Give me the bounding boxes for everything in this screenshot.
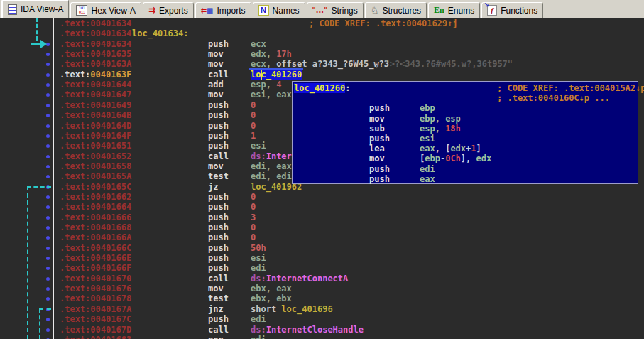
asm-row[interactable]: .text:00401676movebx, eax bbox=[0, 284, 644, 294]
operands: ebx, ebx bbox=[251, 294, 292, 303]
functions-icon: f↘ bbox=[487, 5, 497, 16]
address: .text:00401668 bbox=[60, 222, 131, 232]
mnemonic: mov bbox=[208, 90, 224, 99]
popup-operands: esp, 18h bbox=[420, 124, 461, 134]
address: .text:0040167A bbox=[60, 304, 131, 314]
mnemonic: mov bbox=[208, 284, 224, 294]
mnemonic: call bbox=[208, 325, 229, 335]
popup-mnemonic: push bbox=[369, 174, 390, 184]
asm-row[interactable]: .text:0040166Apush0 bbox=[0, 232, 644, 243]
asm-row[interactable]: .text:0040167Dcallds:InternetCloseHandle bbox=[0, 325, 644, 335]
tab-enums[interactable]: EnEnums bbox=[428, 2, 480, 18]
address: .text:00401676 bbox=[60, 284, 131, 294]
asm-row[interactable]: .text:00401670callds:InternetConnectA bbox=[0, 274, 644, 284]
address: .text:0040164D bbox=[60, 121, 131, 131]
popup-asm-row: loc_401260:; CODE XREF: .text:004015A2↓p bbox=[293, 83, 636, 94]
address: .text:0040166C bbox=[60, 243, 131, 253]
operands: ecx bbox=[251, 39, 266, 49]
operands: ecx, offset a?343_?6W45_w?3 bbox=[251, 59, 389, 69]
address: .text:0040165A bbox=[60, 171, 131, 181]
tab-label: Strings bbox=[331, 6, 357, 16]
asm-row[interactable]: .text:0040163Fcallloc_401260 bbox=[0, 70, 644, 80]
asm-row[interactable]: .text:0040166Fpushedi bbox=[0, 263, 644, 274]
popup-operands: esi bbox=[420, 134, 435, 144]
tab-exports[interactable]: ⇉Exports bbox=[143, 2, 194, 18]
address: .text:00401649 bbox=[60, 100, 131, 110]
tab-label: Enums bbox=[448, 6, 474, 16]
asm-row[interactable]: .text:00401634; CODE XREF: .text:0040162… bbox=[0, 18, 644, 29]
operands: edi bbox=[251, 314, 266, 324]
address: .text:0040163A bbox=[60, 59, 131, 69]
address: .text:00401644 bbox=[60, 80, 131, 90]
popup-mnemonic: mov bbox=[369, 114, 385, 124]
asm-row[interactable]: .text:00401634pushecx bbox=[0, 39, 644, 50]
asm-row[interactable]: .text:0040167Cpushedi bbox=[0, 314, 644, 325]
mnemonic: pop bbox=[208, 335, 224, 339]
hex-view-icon: 101011 bbox=[76, 5, 87, 16]
address: .text:00401652 bbox=[60, 151, 131, 161]
popup-operands: edi bbox=[420, 164, 435, 174]
operands: short loc_401696 bbox=[251, 304, 333, 314]
mnemonic: test bbox=[208, 171, 229, 181]
popup-mnemonic: push bbox=[369, 103, 390, 113]
operands: 0 bbox=[251, 232, 256, 242]
address: .text:00401635 bbox=[60, 49, 131, 59]
mnemonic: test bbox=[208, 294, 229, 303]
mnemonic: push bbox=[208, 131, 229, 141]
comment: ; CODE XREF: .text:00401629↑j bbox=[309, 18, 458, 28]
label: loc_401634: bbox=[132, 28, 188, 38]
mnemonic: push bbox=[208, 110, 229, 120]
asm-row[interactable]: .text:0040166Cpush50h bbox=[0, 243, 644, 254]
asm-row[interactable]: .text:0040166Epushesi bbox=[0, 253, 644, 264]
tab-ida-view-a[interactable]: IDA View-A bbox=[1, 0, 69, 18]
address: .text:00401634 bbox=[60, 28, 131, 38]
mnemonic: push bbox=[208, 202, 229, 212]
mnemonic: push bbox=[208, 232, 229, 242]
strings-icon: "..." bbox=[312, 6, 328, 15]
operands: edi bbox=[251, 335, 266, 339]
tab-structures[interactable]: ♘Structures bbox=[365, 2, 427, 18]
address: .text:0040164F bbox=[60, 131, 131, 141]
address: .text:0040166E bbox=[60, 253, 131, 263]
popup-comment: ; CODE XREF: .text:004015A2↓p bbox=[497, 83, 644, 93]
asm-row[interactable]: .text:00401662push0 bbox=[0, 192, 644, 203]
operands: 0 bbox=[251, 202, 256, 212]
asm-row[interactable]: .text:00401668push0 bbox=[0, 222, 644, 233]
asm-row[interactable]: .text:00401664push0 bbox=[0, 202, 644, 212]
operands: edx, 17h bbox=[251, 49, 292, 59]
popup-label: loc_401260: bbox=[294, 83, 350, 93]
address: .text:00401647 bbox=[60, 90, 131, 99]
popup-mnemonic: sub bbox=[369, 124, 385, 134]
popup-operands: eax, [edx+1] bbox=[420, 144, 481, 154]
mnemonic: jnz bbox=[208, 304, 224, 314]
asm-row[interactable]: .text:00401666push3 bbox=[0, 212, 644, 223]
asm-row[interactable]: .text:00401683popedi bbox=[0, 335, 644, 339]
asm-row[interactable]: .text:00401635movedx, 17h bbox=[0, 49, 644, 60]
address: .text:0040165C bbox=[60, 182, 131, 192]
ida-view-icon bbox=[8, 4, 17, 15]
operands: esi, eax bbox=[251, 90, 292, 99]
tab-strings[interactable]: "..."Strings bbox=[307, 2, 364, 18]
mnemonic: push bbox=[208, 192, 229, 202]
tab-label: Structures bbox=[382, 6, 421, 16]
tab-hex-view-a[interactable]: 101011Hex View-A bbox=[70, 2, 141, 18]
mnemonic: push bbox=[208, 100, 229, 110]
asm-row[interactable]: .text:0040163Amovecx, offset a?343_?6W45… bbox=[0, 59, 644, 70]
tab-names[interactable]: NNames bbox=[253, 2, 305, 18]
tab-label: Hex View-A bbox=[91, 6, 135, 16]
address: .text:0040163F bbox=[60, 70, 131, 80]
asm-row[interactable]: .text:00401678testebx, ebx bbox=[0, 294, 644, 304]
asm-row[interactable]: .text:0040167Ajnzshort loc_401696 bbox=[0, 304, 644, 315]
asm-row[interactable]: .text:00401634loc_401634: bbox=[0, 28, 644, 39]
mnemonic: push bbox=[208, 121, 229, 131]
address: .text:00401664 bbox=[60, 202, 131, 212]
popup-asm-row: pushedi bbox=[293, 164, 636, 175]
operands: 50h bbox=[251, 243, 266, 253]
tab-imports[interactable]: ⇇▦Imports bbox=[195, 2, 251, 18]
tab-functions[interactable]: f↘Functions bbox=[481, 2, 543, 18]
address: .text:00401662 bbox=[60, 192, 131, 202]
mnemonic: push bbox=[208, 39, 229, 49]
address: .text:00401666 bbox=[60, 212, 131, 222]
mnemonic: mov bbox=[208, 59, 224, 69]
operands: esi bbox=[251, 253, 266, 263]
